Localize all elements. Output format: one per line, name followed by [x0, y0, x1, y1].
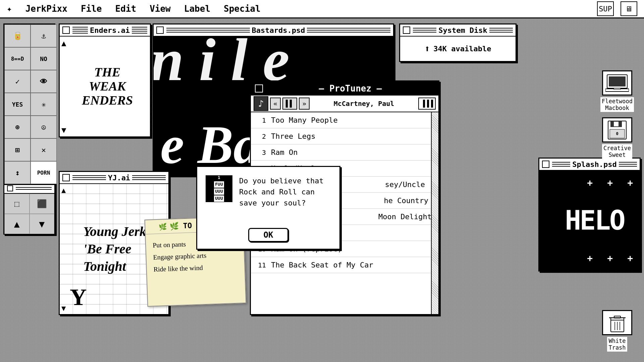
tool-x[interactable]: ✕ [31, 138, 57, 161]
yj-line1: Young Jerks [83, 223, 151, 240]
tool2-scroll-down[interactable]: ▼ [30, 214, 55, 234]
tool2-item2[interactable]: ⬛ [30, 194, 55, 214]
todo-deco-left: 🌿 [158, 222, 167, 231]
enders-text: THE WEAK ENDERS [82, 65, 133, 107]
enders-titlebar[interactable]: Enders.ai [60, 24, 150, 37]
monitor-icon-box[interactable]: 🖥 [621, 1, 637, 16]
splash-titlebar[interactable]: Splash.psd [539, 159, 640, 171]
track-title-5: sey/Uncle [385, 180, 425, 189]
sup-icon-box[interactable]: SUP [597, 1, 614, 16]
toolbox2-grid: ⬚ ⬛ ▲ ▼ [4, 194, 54, 234]
track-row-1[interactable]: 1 Too Many People [251, 112, 438, 128]
menu-file[interactable]: File [81, 4, 102, 14]
rewind-btn[interactable]: « [270, 98, 281, 110]
enders-scroll-down[interactable]: ▼ [61, 125, 66, 135]
enders-scroll-up[interactable]: ▲ [61, 39, 66, 48]
bastards-close[interactable] [156, 26, 164, 34]
tool2-item1[interactable]: ⬚ [4, 194, 30, 214]
grip-line-6 [132, 29, 147, 29]
menu-view[interactable]: View [150, 4, 171, 14]
sysdisk-window: System Disk ⬆ 34K available [399, 23, 517, 62]
tool-asterisk[interactable]: ✳ [31, 93, 57, 116]
protunez-scrollbar[interactable] [431, 112, 438, 314]
enders-line3: ENDERS [82, 94, 133, 108]
protunez-close-box[interactable] [255, 84, 263, 93]
yj-scroll-down[interactable]: ▼ [61, 304, 66, 312]
protunez-volume-icon[interactable]: ▐▐▐ [418, 98, 436, 110]
tool-yes[interactable]: YES [4, 93, 31, 116]
track-num-2: 2 [256, 132, 266, 140]
app-name: JerkPixx [25, 4, 67, 14]
creative-icon[interactable]: 0 CreativeSweet [595, 117, 639, 159]
menu-label[interactable]: Label [184, 4, 210, 14]
dialog-ok-button[interactable]: OK [248, 228, 288, 242]
tool-eye[interactable]: 👁 [31, 70, 57, 93]
menu-edit[interactable]: Edit [115, 4, 137, 14]
track-row-2[interactable]: 2 Three Legs [251, 128, 438, 144]
toolbox2-titlebar[interactable] [4, 184, 54, 194]
tool-peace[interactable]: ☮ [31, 116, 57, 138]
grip-line-1 [72, 27, 88, 27]
dialog-icon-line4: UUU [214, 195, 224, 202]
creative-icon-img: 0 [602, 117, 632, 142]
sysdisk-title: System Disk [438, 26, 487, 35]
tool-no[interactable]: NO [31, 47, 57, 70]
bastards-titlebar[interactable]: Bastards.psd [154, 24, 393, 37]
sup-label: SUP [599, 5, 612, 13]
fleetwood-icon[interactable]: FleetwoodMacbook [595, 70, 639, 112]
fleetwood-label: FleetwoodMacbook [600, 97, 634, 112]
yj-line2: 'Be Free [83, 240, 151, 258]
apple-menu[interactable]: ✦ [7, 4, 12, 14]
tool-8d[interactable]: 8==D [4, 47, 31, 70]
track-row-11[interactable]: 11 The Back Seat of My Car [251, 257, 438, 273]
sysdisk-titlebar[interactable]: System Disk [400, 24, 516, 37]
track-title-3: Ram On [271, 148, 298, 157]
tool2-scroll-up[interactable]: ▲ [4, 214, 30, 234]
yj-close[interactable] [62, 174, 70, 181]
forward-btn[interactable]: » [299, 98, 310, 110]
enders-window: Enders.ai ▲ ▼ THE WEAK ENDERS [59, 23, 151, 137]
whitetrash-icon[interactable]: WhiteTrash [595, 310, 639, 352]
yj-big-letter: Y [70, 284, 87, 311]
tool-porn[interactable]: PORN [31, 161, 57, 184]
tool-grid[interactable]: ⊞ [4, 138, 31, 161]
dialog-icon-line1: 1 [214, 175, 224, 181]
pause-btn[interactable]: ▌▌ [282, 98, 297, 110]
menubar: ✦ JerkPixx File Edit View Label Special … [0, 0, 644, 18]
tool-updown[interactable]: ↕ [4, 161, 31, 184]
splash-text: HELO [565, 207, 624, 234]
tool-crosshair[interactable]: ⊕ [4, 116, 31, 138]
splash-title: Splash.psd [572, 160, 616, 169]
sysdisk-close[interactable] [403, 26, 410, 34]
tool-cylinder[interactable]: 🥫 [4, 24, 31, 47]
protunez-titlebar[interactable]: – ProTunez – [251, 81, 438, 96]
sysdisk-grip: System Disk [413, 24, 513, 36]
grip-line-8 [132, 33, 147, 34]
windows-layer: 🥫 ⚓ 8==D NO ✓ 👁 YES ✳ ⊕ ☮ ⊞ ✕ ↕ PORN End… [0, 18, 644, 362]
splash-close[interactable] [542, 161, 549, 168]
whitetrash-label: WhiteTrash [607, 337, 627, 352]
track-row-3[interactable]: 3 Ram On [251, 144, 438, 161]
protunez-title: – ProTunez – [266, 83, 434, 94]
yj-titlebar[interactable]: YJ.ai [60, 172, 168, 184]
splash-scroll-down[interactable]: ▼ [541, 260, 545, 269]
splash-plus-1: + [627, 177, 633, 188]
track-title-2: Three Legs [271, 132, 315, 140]
svg-rect-3 [614, 88, 621, 89]
track-num-11: 11 [256, 261, 266, 269]
splash-scroll-up[interactable]: ▲ [541, 173, 545, 181]
dialog-text-line3: save your soul? [239, 197, 331, 208]
svg-rect-1 [609, 76, 626, 86]
dialog-window: 1 FUU UUU UUU Do you believe that Rock a… [196, 166, 340, 250]
enders-line1: THE [82, 65, 133, 79]
protunez-artist: McCartney, Paul [311, 100, 417, 108]
dialog-buttons: OK [197, 228, 339, 249]
track-title-7: Moon Delight [378, 213, 432, 221]
bastards-grip-right [307, 26, 390, 34]
tool-anchor[interactable]: ⚓ [31, 24, 57, 47]
yj-scroll-up[interactable]: ▲ [61, 186, 66, 194]
enders-close[interactable] [62, 26, 70, 34]
toolbox2-close[interactable] [7, 185, 13, 191]
menu-special[interactable]: Special [224, 4, 261, 14]
tool-check[interactable]: ✓ [4, 70, 31, 93]
